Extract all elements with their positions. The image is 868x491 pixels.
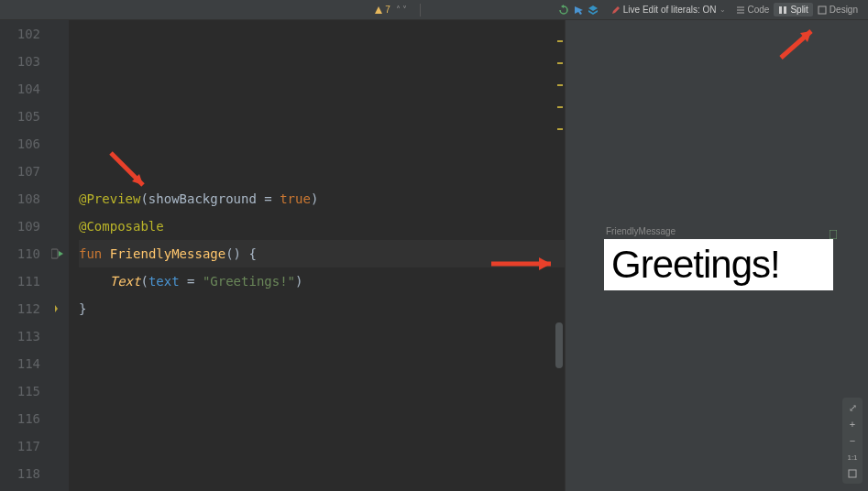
collapse-gutter-icon[interactable]: [46, 295, 69, 322]
viewmode-design-label: Design: [830, 5, 858, 15]
caret-up-icon[interactable]: ˄: [396, 5, 401, 15]
chevron-down-icon: ⌄: [720, 5, 726, 14]
split-icon: [778, 5, 787, 15]
line-number-gutter: 102 103 104 105 106 107 108 109 110 111 …: [0, 20, 46, 491]
svg-rect-7: [849, 470, 856, 477]
line-number: 105: [0, 103, 40, 130]
layers-icon[interactable]: [588, 5, 599, 16]
token-args-close: ): [311, 191, 318, 206]
pencil-icon: [611, 5, 621, 15]
line-number: 110: [0, 240, 40, 267]
line-number: 103: [0, 48, 40, 75]
interactive-icon[interactable]: [573, 5, 584, 16]
line-number: 114: [0, 350, 40, 377]
zoom-controls: ⤢ + − 1:1: [842, 398, 863, 484]
warning-icon: [374, 5, 383, 15]
viewmode-code-button[interactable]: Code: [731, 3, 775, 16]
zoom-fit-button[interactable]: 1:1: [844, 449, 861, 465]
token-true: true: [280, 191, 311, 206]
design-icon: [818, 5, 827, 15]
token-sig: () {: [225, 246, 257, 261]
live-edit-toggle[interactable]: Live Edit of literals: ON ⌄: [611, 5, 726, 15]
line-number: 118: [0, 460, 40, 487]
line-number: 111: [0, 267, 40, 295]
token-string: "Greetings!": [203, 274, 295, 289]
token-param: text: [148, 274, 180, 289]
refresh-icon[interactable]: [558, 5, 569, 16]
code-icon: [736, 5, 745, 15]
code-text-area[interactable]: @Preview(showBackground = true) @Composa…: [70, 20, 565, 491]
line-number: 108: [0, 185, 40, 213]
warnings-indicator[interactable]: 7 ˄ ˅: [374, 5, 407, 15]
device-icon[interactable]: [830, 226, 837, 234]
preview-pane: FriendlyMessage Greetings! ⤢ + − 1:1: [565, 20, 868, 491]
minimap-markers: [557, 40, 563, 491]
line-number: 107: [0, 158, 40, 185]
zoom-reset-button[interactable]: [844, 465, 861, 482]
scrollbar-thumb[interactable]: [555, 322, 563, 368]
code-editor-pane: 102 103 104 105 106 107 108 109 110 111 …: [0, 20, 565, 491]
view-mode-switcher: Code Split Design: [731, 3, 863, 16]
caret-down-icon[interactable]: ˅: [402, 5, 407, 15]
viewmode-split-button[interactable]: Split: [774, 3, 812, 16]
token-fun: fun: [79, 246, 102, 261]
line-number: 112: [0, 295, 40, 322]
token-annotation: @Composable: [79, 219, 164, 234]
run-gutter-icon[interactable]: [46, 240, 69, 267]
gutter-icons-column: [46, 20, 70, 491]
line-number: 113: [0, 322, 40, 350]
line-number: 106: [0, 130, 40, 158]
token-funcname: FriendlyMessage: [110, 246, 225, 261]
token-annotation: @Preview: [79, 191, 140, 206]
svg-rect-6: [830, 230, 837, 239]
zoom-expand-button[interactable]: ⤢: [844, 399, 861, 416]
line-number: 102: [0, 20, 40, 48]
token-close-brace: }: [79, 301, 86, 316]
line-number: 115: [0, 377, 40, 405]
svg-rect-3: [51, 249, 58, 258]
toolbar-divider: [420, 4, 421, 16]
main-area: 102 103 104 105 106 107 108 109 110 111 …: [0, 20, 868, 491]
zoom-out-button[interactable]: −: [844, 432, 861, 449]
top-toolbar: 7 ˄ ˅ Live Edit of literals: ON ⌄ Code S…: [0, 0, 868, 20]
svg-rect-1: [784, 6, 786, 14]
token-textcall: Text: [110, 274, 141, 289]
annotation-arrow-3: [776, 26, 822, 66]
zoom-in-button[interactable]: +: [844, 416, 861, 432]
svg-rect-2: [819, 6, 826, 14]
live-edit-label: Live Edit of literals: ON: [623, 5, 717, 15]
preview-greeting-text: Greetings!: [611, 243, 780, 287]
square-icon: [848, 469, 857, 478]
line-number: 116: [0, 405, 40, 432]
preview-label: FriendlyMessage: [606, 226, 676, 236]
compose-preview-card[interactable]: Greetings!: [604, 239, 833, 290]
svg-line-8: [781, 31, 811, 58]
line-number: 104: [0, 75, 40, 103]
svg-rect-0: [779, 6, 782, 14]
viewmode-code-label: Code: [748, 5, 770, 15]
line-number: 109: [0, 213, 40, 240]
token-args: (showBackground =: [140, 191, 280, 206]
viewmode-split-label: Split: [790, 5, 808, 15]
warnings-count: 7: [385, 5, 390, 15]
viewmode-design-button[interactable]: Design: [813, 3, 863, 16]
line-number: 117: [0, 432, 40, 460]
